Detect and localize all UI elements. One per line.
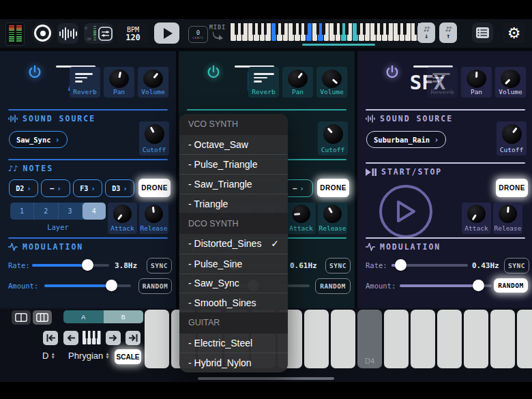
channel-b-release-knob[interactable]: Release xyxy=(318,203,347,234)
channel-a-sync-button[interactable]: SYNC xyxy=(147,258,172,274)
channel-sfx-release-knob[interactable]: Release xyxy=(493,203,522,234)
volume-knob-dial[interactable] xyxy=(501,70,520,88)
rate-slider[interactable] xyxy=(32,264,109,267)
cents-display[interactable]: 0 CENTS xyxy=(188,26,208,43)
jump-end-button[interactable] xyxy=(125,331,141,345)
release-knob-dial[interactable] xyxy=(499,205,517,223)
channel-a-random-button[interactable]: RANDOM xyxy=(138,278,172,294)
channel-b-random-button[interactable]: RANDOM xyxy=(315,278,351,294)
channel-a-note-slot-2[interactable]: – › xyxy=(41,179,70,197)
attack-knob-dial[interactable] xyxy=(467,205,486,223)
piano-key[interactable] xyxy=(304,310,329,368)
amount-slider-thumb[interactable] xyxy=(473,280,484,291)
layer-tab-1[interactable]: 1 xyxy=(10,203,34,220)
channel-a-note-slot-4[interactable]: D3 › xyxy=(105,179,134,197)
scroll-left-button[interactable] xyxy=(63,331,78,345)
tab-b[interactable]: B xyxy=(104,310,144,323)
piano-key[interactable] xyxy=(411,310,435,368)
scale-select[interactable]: Phrygian ▲▼ xyxy=(68,351,110,361)
piano-key-D4[interactable]: D4 xyxy=(357,310,382,368)
channel-sfx-random-button[interactable]: RANDOM xyxy=(494,278,528,293)
rate-slider[interactable] xyxy=(391,264,468,267)
mini-key-black[interactable] xyxy=(322,23,325,35)
channel-sfx-pan-knob[interactable]: Pan xyxy=(461,67,492,98)
amount-slider[interactable] xyxy=(400,284,492,287)
mini-key-black[interactable] xyxy=(264,23,267,35)
channel-b-power-button[interactable] xyxy=(203,62,224,83)
key-select[interactable]: D ▲▼ xyxy=(42,351,55,361)
menu-item[interactable]: - Octave_Saw xyxy=(179,135,288,155)
menu-item[interactable]: - Pulse_Triangle xyxy=(179,154,288,174)
settings-button[interactable]: ⚙ xyxy=(503,22,525,44)
mini-key-black[interactable] xyxy=(281,23,284,35)
mini-key-black[interactable] xyxy=(252,23,256,35)
piano-key[interactable] xyxy=(437,310,462,368)
layer-tab-4-selected[interactable]: 4 xyxy=(83,203,106,220)
menu-item[interactable]: - Saw_Triangle xyxy=(179,174,288,194)
waveform-button[interactable] xyxy=(57,23,78,44)
channel-sfx-source-select[interactable]: Suburban_Rain › xyxy=(366,131,446,148)
channel-b-note-slot-4[interactable]: – › xyxy=(284,179,313,197)
channel-a-source-select[interactable]: Saw_Sync › xyxy=(9,131,68,148)
keyboard-center-icon[interactable] xyxy=(82,331,101,345)
mixer-button[interactable]: 0-20 xyxy=(84,23,113,44)
channel-a-reverb-button[interactable]: Reverb xyxy=(70,67,100,98)
mini-key-black[interactable] xyxy=(386,23,389,35)
mini-key-black[interactable] xyxy=(334,23,337,35)
mini-key-black[interactable] xyxy=(241,23,244,35)
release-knob-dial[interactable] xyxy=(145,205,163,223)
layer-tab-3[interactable]: 3 xyxy=(59,203,83,220)
channel-sfx-reverb-button-disabled[interactable]: Reverb xyxy=(427,67,458,98)
piano-key[interactable] xyxy=(464,310,488,368)
channel-a-pan-knob[interactable]: Pan xyxy=(104,67,134,98)
pan-knob-dial[interactable] xyxy=(288,70,308,88)
mini-key-black[interactable] xyxy=(363,23,366,35)
channel-sfx-play-button[interactable] xyxy=(379,185,432,238)
channel-a-note-slot-3[interactable]: F3 › xyxy=(73,179,102,197)
cutoff-knob-dial[interactable] xyxy=(323,124,343,144)
rate-slider-thumb[interactable] xyxy=(82,259,93,271)
piano-key[interactable] xyxy=(517,310,532,368)
channel-b-sync-button[interactable]: SYNC xyxy=(325,258,351,274)
pan-knob-dial[interactable] xyxy=(109,70,129,88)
tab-a[interactable]: A xyxy=(63,310,104,323)
scale-button[interactable]: SCALE xyxy=(115,349,141,364)
menu-list-button[interactable] xyxy=(472,23,493,43)
channel-b-volume-knob[interactable]: Volume xyxy=(316,67,347,98)
channel-a-volume-knob[interactable]: Volume xyxy=(138,67,168,98)
menu-item[interactable]: - Triangle xyxy=(179,194,288,213)
bpm-display[interactable]: BPM 120 xyxy=(117,23,149,44)
mini-key-black[interactable] xyxy=(357,23,360,35)
channel-b-attack-knob[interactable]: Attack xyxy=(286,203,316,234)
piano-key[interactable] xyxy=(145,310,169,368)
mini-key-black[interactable] xyxy=(380,23,383,35)
menu-item[interactable]: - Electric_Steel xyxy=(179,334,288,353)
channel-a-attack-knob[interactable]: Attack xyxy=(108,203,137,234)
layer-tab-2[interactable]: 2 xyxy=(34,203,58,220)
mini-key-black[interactable] xyxy=(304,23,308,35)
mini-key-black[interactable] xyxy=(340,23,343,35)
record-button[interactable] xyxy=(31,22,54,44)
channel-b-pan-knob[interactable]: Pan xyxy=(282,67,313,98)
attack-knob-dial[interactable] xyxy=(292,205,310,223)
menu-item[interactable]: - Saw_Sync xyxy=(179,274,288,293)
channel-sfx-drone-button[interactable]: DRONE xyxy=(496,179,528,197)
mini-key-black[interactable] xyxy=(403,23,407,35)
rate-slider-thumb[interactable] xyxy=(395,259,407,271)
mini-key-black[interactable] xyxy=(345,23,349,35)
channel-b-cutoff-knob[interactable]: Cutoff xyxy=(318,121,348,156)
channel-a-cutoff-knob[interactable]: Cutoff xyxy=(139,121,169,156)
volume-knob-dial[interactable] xyxy=(143,70,163,88)
mini-key-black[interactable] xyxy=(374,23,378,35)
amount-slider-thumb[interactable] xyxy=(106,280,117,291)
channel-sfx-cutoff-knob[interactable]: Cutoff xyxy=(497,121,527,156)
attack-knob-dial[interactable] xyxy=(113,205,132,223)
mini-key-black[interactable] xyxy=(316,23,320,35)
amount-slider[interactable] xyxy=(44,284,131,287)
channel-sfx-attack-knob[interactable]: Attack xyxy=(462,203,491,234)
keyboard-scroll-indicator[interactable] xyxy=(198,377,334,380)
channel-b-drone-button[interactable]: DRONE xyxy=(317,179,349,197)
channel-a-drone-button[interactable]: DRONE xyxy=(138,179,171,197)
cutoff-knob-dial[interactable] xyxy=(502,124,522,144)
channel-sfx-sync-button[interactable]: SYNC xyxy=(504,258,529,274)
